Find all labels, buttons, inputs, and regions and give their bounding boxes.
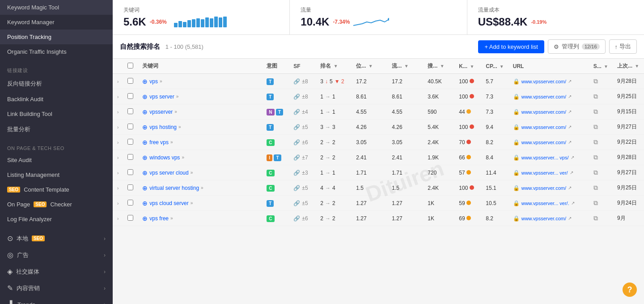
keyword-link[interactable]: ⊕ vpsserver » <box>142 108 258 116</box>
keyword-link[interactable]: ⊕ vps server » <box>142 93 258 100</box>
s-cell[interactable]: ⧉ <box>589 104 613 120</box>
expand-cell[interactable]: › <box>113 150 123 165</box>
row-checkbox[interactable] <box>127 169 133 175</box>
sidebar-item-backlink-audit[interactable]: Backlink Audit <box>0 92 113 107</box>
row-checkbox[interactable] <box>127 139 133 145</box>
col-url-header[interactable]: URL <box>508 59 589 74</box>
expand-icon[interactable]: › <box>117 216 119 221</box>
s-cell[interactable]: ⧉ <box>589 89 613 104</box>
col-cp-header[interactable]: CP... ▼ <box>481 59 508 74</box>
expand-icon[interactable]: › <box>117 79 119 84</box>
url-external-icon[interactable]: ↗ <box>568 216 572 221</box>
check-cell[interactable] <box>123 135 138 150</box>
col-pos-header[interactable]: 位... ▼ <box>352 59 387 74</box>
sidebar-item-trends[interactable]: ▐ .Trends › <box>0 296 113 304</box>
expand-icon[interactable]: › <box>117 94 119 99</box>
sidebar-item-log-analyzer[interactable]: Log File Analyzer <box>0 212 113 227</box>
flow-filter-icon[interactable]: ▼ <box>404 64 409 69</box>
check-cell[interactable] <box>123 89 138 104</box>
screenshot-icon[interactable]: ⧉ <box>593 169 598 176</box>
expand-cell[interactable]: › <box>113 165 123 180</box>
row-checkbox[interactable] <box>127 215 133 221</box>
manage-columns-button[interactable]: ⚙ 管理列 12/16 <box>548 39 606 54</box>
select-all-checkbox[interactable] <box>127 63 133 69</box>
url-external-icon[interactable]: ↗ <box>568 140 572 145</box>
s-cell[interactable]: ⧉ <box>589 120 613 135</box>
check-cell[interactable] <box>123 104 138 120</box>
keyword-link[interactable]: ⊕ free vps » <box>142 139 258 146</box>
sidebar-item-keyword-manager[interactable]: Keyword Manager <box>0 15 113 30</box>
url-external-icon[interactable]: ↗ <box>571 201 575 206</box>
rank-filter-icon[interactable]: ▼ <box>334 64 338 69</box>
date-filter-icon[interactable]: ▼ <box>635 64 639 69</box>
screenshot-icon[interactable]: ⧉ <box>593 184 598 191</box>
check-cell[interactable] <box>123 180 138 196</box>
row-checkbox[interactable] <box>127 108 133 114</box>
screenshot-icon[interactable]: ⧉ <box>593 123 598 130</box>
s-cell[interactable]: ⧉ <box>589 74 613 89</box>
expand-cell[interactable]: › <box>113 180 123 196</box>
sidebar-item-batch-analysis[interactable]: 批量分析 <box>0 121 113 137</box>
expand-cell[interactable]: › <box>113 196 123 211</box>
url-external-icon[interactable]: ↗ <box>571 155 574 160</box>
col-sf-header[interactable]: SF <box>289 59 316 74</box>
screenshot-icon[interactable]: ⧉ <box>593 138 598 146</box>
expand-cell[interactable]: › <box>113 74 123 89</box>
s-filter-icon[interactable]: ▼ <box>604 64 608 69</box>
screenshot-icon[interactable]: ⧉ <box>593 214 598 222</box>
url-external-icon[interactable]: ↗ <box>568 79 572 84</box>
check-cell[interactable] <box>123 196 138 211</box>
col-flow-header[interactable]: 流... ▼ <box>387 59 423 74</box>
url-external-icon[interactable]: ↗ <box>570 170 573 175</box>
row-checkbox[interactable] <box>127 78 133 84</box>
s-cell[interactable]: ⧉ <box>589 180 613 196</box>
col-rank-header[interactable]: 排名 ▼ <box>316 59 352 74</box>
add-to-keyword-list-button[interactable]: + Add to keyword list <box>478 40 544 53</box>
row-checkbox[interactable] <box>127 154 133 160</box>
sidebar-item-seo-content[interactable]: SEO Content Template <box>0 182 113 197</box>
row-checkbox[interactable] <box>127 93 133 99</box>
check-cell[interactable] <box>123 211 138 226</box>
row-checkbox[interactable] <box>127 200 133 206</box>
row-checkbox[interactable] <box>127 184 133 190</box>
sidebar-item-organic-traffic[interactable]: Organic Traffic Insights <box>0 44 113 59</box>
url-external-icon[interactable]: ↗ <box>568 124 572 129</box>
screenshot-icon[interactable]: ⧉ <box>593 108 598 115</box>
expand-icon[interactable]: › <box>117 186 119 191</box>
expand-icon[interactable]: › <box>117 140 119 145</box>
col-intent-header[interactable]: 意图 <box>262 59 289 74</box>
help-button[interactable]: ? <box>623 283 637 297</box>
cp-filter-icon[interactable]: ▼ <box>500 64 504 69</box>
col-search-header[interactable]: 搜... ▼ <box>423 59 454 74</box>
s-cell[interactable]: ⧉ <box>589 135 613 150</box>
check-cell[interactable] <box>123 74 138 89</box>
col-date-header[interactable]: 上次... ▼ <box>613 59 644 74</box>
export-button[interactable]: ↑ 导出 <box>609 39 637 54</box>
expand-cell[interactable]: › <box>113 211 123 226</box>
search-filter-icon[interactable]: ▼ <box>440 64 445 69</box>
screenshot-icon[interactable]: ⧉ <box>593 199 598 206</box>
sidebar-item-content-marketing[interactable]: ✎ 内容营销 › <box>0 280 113 296</box>
keyword-link[interactable]: ⊕ virtual server hosting » <box>142 184 258 192</box>
expand-cell[interactable]: › <box>113 135 123 150</box>
url-external-icon[interactable]: ↗ <box>568 94 572 99</box>
screenshot-icon[interactable]: ⧉ <box>593 93 598 100</box>
row-checkbox[interactable] <box>127 124 133 129</box>
sidebar-item-local-seo[interactable]: ⊙ 本地 SEO › <box>0 230 113 247</box>
s-cell[interactable]: ⧉ <box>589 150 613 165</box>
expand-cell[interactable]: › <box>113 120 123 135</box>
sidebar-item-link-building[interactable]: Link Building Tool <box>0 107 113 121</box>
check-cell[interactable] <box>123 165 138 180</box>
expand-icon[interactable]: › <box>117 155 119 160</box>
sidebar-item-listing-mgmt[interactable]: Listing Management <box>0 167 113 182</box>
col-keyword-header[interactable]: 关键词 <box>138 59 262 74</box>
keyword-link[interactable]: ⊕ vps free » <box>142 215 258 222</box>
sidebar-item-ads[interactable]: ◎ 广告 › <box>0 247 113 263</box>
sidebar-item-keyword-magic[interactable]: Keyword Magic Tool <box>0 0 113 15</box>
screenshot-icon[interactable]: ⧉ <box>593 154 598 161</box>
s-cell[interactable]: ⧉ <box>589 165 613 180</box>
expand-icon[interactable]: › <box>117 171 119 176</box>
sidebar-item-backlink-analysis[interactable]: 反向链接分析 <box>0 76 113 92</box>
col-s-header[interactable]: S... ▼ <box>589 59 613 74</box>
keyword-link[interactable]: ⊕ windows vps » <box>142 154 258 161</box>
